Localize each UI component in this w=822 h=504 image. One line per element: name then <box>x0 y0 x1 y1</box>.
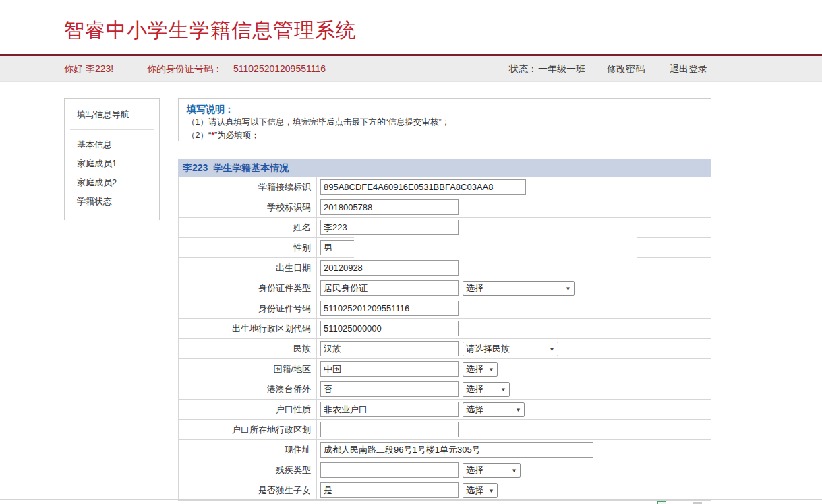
main-content: 填写说明： （1）请认真填写以下信息，填完完毕后点击最下方的“信息提交审核”； … <box>178 98 711 501</box>
form-row: 是否独生子女选择▼ <box>179 480 711 501</box>
field-value-cell: 选择▼ <box>317 400 711 420</box>
sidebar-title: 填写信息导航 <box>77 108 159 121</box>
field-value-cell: 选择▼ <box>317 480 711 501</box>
field-input[interactable] <box>320 179 526 195</box>
form-table-body: 学籍接续标识学校标识码姓名性别出生日期身份证件类型选择▼身份证件号码出生地行政区… <box>179 177 711 501</box>
select-label: 选择 <box>466 383 483 396</box>
field-value-cell <box>317 258 711 278</box>
field-input[interactable] <box>320 442 593 458</box>
form-row: 港澳台侨外选择▼ <box>179 379 711 400</box>
field-input[interactable] <box>320 199 459 215</box>
field-select[interactable]: 选择▼ <box>463 463 521 478</box>
select-label: 选择 <box>466 404 483 416</box>
field-value-cell <box>317 218 711 238</box>
field-select[interactable]: 选择▼ <box>463 362 498 377</box>
sidebar-item-enrollment-status[interactable]: 学籍状态 <box>77 197 159 206</box>
instruction-line-2-suffix: ”为必填项； <box>214 131 260 140</box>
field-value-cell: 选择▼ <box>317 379 711 400</box>
chevron-down-icon: ▼ <box>549 346 555 352</box>
app-header: 智睿中小学生学籍信息管理系统 <box>0 0 822 54</box>
field-label: 性别 <box>179 238 317 258</box>
field-label: 是否独生子女 <box>179 480 317 501</box>
field-input[interactable] <box>320 220 459 235</box>
chevron-down-icon: ▼ <box>488 366 494 372</box>
field-select[interactable]: 选择▼ <box>463 281 575 296</box>
greeting-text: 你好 李223! <box>64 63 113 75</box>
instructions-title: 填写说明： <box>187 103 703 115</box>
sidebar-item-basic-info[interactable]: 基本信息 <box>77 140 159 149</box>
field-value-cell <box>317 298 711 319</box>
form-row: 国籍/地区选择▼ <box>179 359 711 379</box>
field-value-cell: 选择▼ <box>317 278 711 298</box>
field-label: 民族 <box>179 339 317 359</box>
form-row: 出生日期 <box>179 258 711 278</box>
page-title: 智睿中小学生学籍信息管理系统 <box>64 17 357 44</box>
instruction-line-2: （2）“*”为必填项； <box>187 129 703 142</box>
form-row: 残疾类型选择▼ <box>179 460 711 480</box>
field-value-cell <box>317 197 711 218</box>
change-password-link[interactable]: 修改密码 <box>607 63 645 75</box>
field-input[interactable] <box>320 361 459 377</box>
field-label: 残疾类型 <box>179 460 317 480</box>
field-value-cell: 选择▼ <box>317 460 711 480</box>
field-label: 学籍接续标识 <box>179 177 317 197</box>
form-row: 出生地行政区划代码 <box>179 319 711 339</box>
status-label: 状态： <box>509 63 537 75</box>
status-value: 一年级一班 <box>538 63 585 75</box>
field-label: 身份证件号码 <box>179 298 317 319</box>
chevron-down-icon: ▼ <box>565 285 571 291</box>
chevron-down-icon: ▼ <box>488 487 494 493</box>
field-label: 出生地行政区划代码 <box>179 319 317 339</box>
field-input[interactable] <box>320 462 459 478</box>
field-select[interactable]: 请选择民族▼ <box>463 342 558 356</box>
form-row: 户口性质选择▼ <box>179 400 711 420</box>
logout-link[interactable]: 退出登录 <box>670 63 707 75</box>
form-row: 姓名 <box>179 218 711 238</box>
field-select[interactable]: 选择▼ <box>463 483 498 498</box>
field-input[interactable] <box>320 381 459 397</box>
chevron-down-icon: ▼ <box>515 406 521 412</box>
userbar: 你好 李223! 你的身份证号码： 511025201209551116 状态：… <box>0 56 822 82</box>
field-input[interactable] <box>320 402 459 417</box>
form-row: 现住址 <box>179 440 711 460</box>
form-row: 身份证件类型选择▼ <box>179 278 711 298</box>
select-label: 请选择民族 <box>466 343 510 355</box>
field-input[interactable] <box>320 321 459 336</box>
field-select[interactable]: 选择▼ <box>463 402 525 417</box>
instructions-box: 填写说明： （1）请认真填写以下信息，填完完毕后点击最下方的“信息提交审核”； … <box>178 98 711 141</box>
select-label: 选择 <box>466 282 483 294</box>
sidebar: 填写信息导航 基本信息 家庭成员1 家庭成员2 学籍状态 <box>64 98 160 220</box>
bottom-divider <box>0 499 822 500</box>
partial-checkbox[interactable] <box>657 501 666 504</box>
field-value-cell <box>317 319 711 339</box>
field-label: 现住址 <box>179 440 317 460</box>
field-value-cell <box>317 177 711 197</box>
field-input[interactable] <box>320 422 459 437</box>
field-label: 出生日期 <box>179 258 317 278</box>
select-label: 选择 <box>466 363 483 375</box>
form-row: 学校标识码 <box>179 197 711 218</box>
form-section-header: 李223_学生学籍基本情况 <box>178 159 711 177</box>
sidebar-item-family-member-1[interactable]: 家庭成员1 <box>77 159 159 168</box>
field-input[interactable] <box>320 280 459 296</box>
field-label: 身份证件类型 <box>179 278 317 298</box>
field-input[interactable] <box>320 482 459 498</box>
field-input[interactable] <box>320 301 459 316</box>
field-label: 港澳台侨外 <box>179 379 317 400</box>
sidebar-item-family-member-2[interactable]: 家庭成员2 <box>77 178 159 187</box>
id-number-label: 你的身份证号码： <box>147 63 223 75</box>
form-row: 民族请选择民族▼ <box>179 339 711 359</box>
form-row: 身份证件号码 <box>179 298 711 319</box>
student-info-form: 学籍接续标识学校标识码姓名性别出生日期身份证件类型选择▼身份证件号码出生地行政区… <box>178 177 711 501</box>
field-select[interactable]: 选择▼ <box>463 382 510 397</box>
field-value-cell: 请选择民族▼ <box>317 339 711 359</box>
overlay-patch <box>354 237 637 258</box>
field-value-cell <box>317 440 711 460</box>
instruction-line-2-prefix: （2）“ <box>187 131 211 140</box>
field-label: 户口所在地行政区划 <box>179 420 317 440</box>
field-input[interactable] <box>320 260 459 276</box>
select-label: 选择 <box>466 484 483 497</box>
form-row: 学籍接续标识 <box>179 177 711 197</box>
field-input[interactable] <box>320 341 459 356</box>
field-value-cell: 选择▼ <box>317 359 711 379</box>
